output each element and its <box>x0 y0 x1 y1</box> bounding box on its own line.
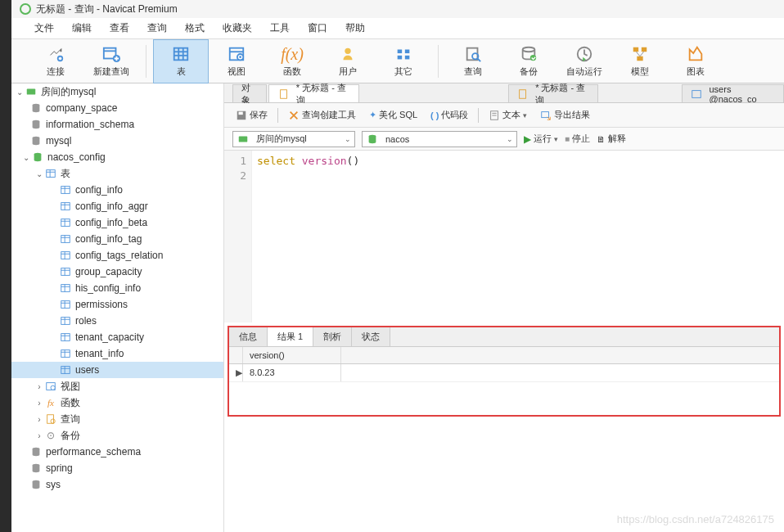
menu-tools[interactable]: 工具 <box>262 18 298 38</box>
svg-rect-25 <box>642 47 647 52</box>
tree-table-config_info_beta[interactable]: config_info_beta <box>11 214 223 231</box>
toolbar-table[interactable]: 表 <box>153 39 209 83</box>
toolbar-user[interactable]: 用户 <box>320 39 376 83</box>
svg-rect-24 <box>633 47 638 52</box>
connection-dropdown[interactable]: 房间的mysql ⌄ <box>232 131 355 147</box>
tree-db-spring[interactable]: spring <box>11 460 223 476</box>
toolbar-new-query[interactable]: 新建查询 <box>83 39 139 83</box>
table-icon <box>59 233 72 245</box>
tree-db-company_space[interactable]: company_space <box>11 100 223 116</box>
result-tab-info[interactable]: 信息 <box>229 327 268 346</box>
tree-table-group_capacity[interactable]: group_capacity <box>11 264 223 280</box>
tree-db-information_schema[interactable]: information_schema <box>11 116 223 133</box>
tree-db-performance_schema[interactable]: performance_schema <box>11 444 223 460</box>
code-snippet-button[interactable]: ( ) 代码段 <box>427 107 471 123</box>
toolbar-other[interactable]: 其它 <box>376 39 431 83</box>
tree-table-users[interactable]: users <box>11 362 223 378</box>
tree-tables-folder[interactable]: ⌄ 表 <box>11 165 223 182</box>
explain-button[interactable]: 🗎 解释 <box>597 133 626 145</box>
tree-table-his_config_info[interactable]: his_config_info <box>11 280 223 296</box>
tree-table-config_info_aggr[interactable]: config_info_aggr <box>11 198 223 214</box>
toolbar-query[interactable]: 查询 <box>445 39 501 83</box>
column-header[interactable]: version() <box>243 347 341 363</box>
svg-rect-61 <box>61 318 70 325</box>
watermark: https://blog.csdn.net/a724826175 <box>617 513 774 525</box>
connection-tree[interactable]: ⌄ 房间的mysql company_space information_sch… <box>11 83 224 532</box>
expand-icon[interactable]: ⌄ <box>34 169 44 178</box>
toolbar-autorun[interactable]: 自动运行 <box>556 39 612 83</box>
tree-db-sys[interactable]: sys <box>11 476 223 493</box>
tab-table-users[interactable]: users @nacos_co <box>682 84 784 102</box>
expand-icon[interactable]: ⌄ <box>21 153 31 162</box>
expand-icon[interactable]: › <box>34 399 44 408</box>
tree-db-mysql[interactable]: mysql <box>11 133 223 149</box>
tree-table-config_tags_relation[interactable]: config_tags_relation <box>11 247 223 264</box>
svg-point-12 <box>239 56 241 58</box>
menu-window[interactable]: 窗口 <box>300 18 336 38</box>
text-button[interactable]: 文本 ▾ <box>485 107 530 123</box>
table-icon <box>59 364 72 376</box>
menu-help[interactable]: 帮助 <box>337 18 373 38</box>
tree-table-tenant_capacity[interactable]: tenant_capacity <box>11 329 223 345</box>
toolbar-backup[interactable]: 备份 <box>501 39 556 83</box>
svg-rect-70 <box>61 367 70 374</box>
expand-icon[interactable]: › <box>34 431 44 440</box>
toolbar-model[interactable]: 模型 <box>612 39 668 83</box>
query-builder-button[interactable]: 查询创建工具 <box>285 107 359 123</box>
toolbar-chart[interactable]: 图表 <box>668 39 723 83</box>
expand-icon[interactable]: › <box>34 382 44 391</box>
toolbar-function[interactable]: f(x) 函数 <box>264 39 320 83</box>
tree-table-tenant_info[interactable]: tenant_info <box>11 345 223 362</box>
menu-file[interactable]: 文件 <box>26 18 62 38</box>
svg-rect-34 <box>47 170 56 178</box>
tree-table-roles[interactable]: roles <box>11 313 223 329</box>
beautify-sql-button[interactable]: ✦ 美化 SQL <box>366 107 421 123</box>
tree-views-folder[interactable]: › 视图 <box>11 378 223 394</box>
tree-table-config_info_tag[interactable]: config_info_tag <box>11 231 223 247</box>
expand-icon[interactable]: ⌄ <box>15 88 25 97</box>
export-result-button[interactable]: 导出结果 <box>537 107 593 123</box>
tab-query-2[interactable]: * 无标题 - 查询 <box>508 84 598 102</box>
menu-favorites[interactable]: 收藏夹 <box>214 18 260 38</box>
result-grid[interactable]: version() ▶ 8.0.23 <box>229 347 779 415</box>
svg-rect-49 <box>61 252 70 259</box>
result-tab-profile[interactable]: 剖析 <box>313 327 352 346</box>
tree-backups-folder[interactable]: › ⊙ 备份 <box>11 427 223 444</box>
chevron-down-icon: ⌄ <box>345 135 351 143</box>
connection-row: 房间的mysql ⌄ nacos ⌄ ▶ 运行 ▾ ■ 停止 🗎 解释 <box>224 128 784 151</box>
result-tab-status[interactable]: 状态 <box>352 327 390 346</box>
query-icon <box>277 88 290 100</box>
result-tabs: 信息 结果 1 剖析 状态 <box>229 327 779 347</box>
svg-rect-46 <box>61 236 70 243</box>
save-button[interactable]: 保存 <box>232 107 271 123</box>
tree-functions-folder[interactable]: › fx 函数 <box>11 394 223 411</box>
result-tab-result1[interactable]: 结果 1 <box>268 327 313 346</box>
tree-queries-folder[interactable]: › 查询 <box>11 411 223 427</box>
tab-objects[interactable]: 对象 <box>232 84 267 102</box>
toolbar-view[interactable]: 视图 <box>209 39 264 83</box>
table-icon <box>59 282 72 294</box>
toolbar-connection[interactable]: 连接 <box>28 39 83 83</box>
menu-edit[interactable]: 编辑 <box>64 18 100 38</box>
tree-table-permissions[interactable]: permissions <box>11 296 223 313</box>
menu-view[interactable]: 查看 <box>101 18 137 38</box>
stop-button[interactable]: ■ 停止 <box>565 133 590 145</box>
database-dropdown[interactable]: nacos ⌄ <box>362 131 517 147</box>
tree-db-nacos_config[interactable]: ⌄ nacos_config <box>11 149 223 165</box>
run-button[interactable]: ▶ 运行 ▾ <box>524 133 558 145</box>
cell-value[interactable]: 8.0.23 <box>243 364 341 381</box>
tree-connection[interactable]: ⌄ 房间的mysql <box>11 83 223 100</box>
menu-format[interactable]: 格式 <box>177 18 213 38</box>
connection-name: 房间的mysql <box>41 85 96 99</box>
svg-rect-29 <box>27 89 36 95</box>
svg-rect-37 <box>61 187 70 194</box>
result-row[interactable]: ▶ 8.0.23 <box>229 364 779 382</box>
tab-query-1[interactable]: * 无标题 - 查询 <box>268 84 358 102</box>
menu-query[interactable]: 查询 <box>139 18 175 38</box>
table-icon <box>59 315 72 327</box>
code-area[interactable]: select version() <box>252 151 784 322</box>
tree-table-config_info[interactable]: config_info <box>11 182 223 198</box>
table-icon <box>59 331 72 343</box>
sql-editor[interactable]: 12 select version() <box>224 151 784 322</box>
expand-icon[interactable]: › <box>34 415 44 424</box>
